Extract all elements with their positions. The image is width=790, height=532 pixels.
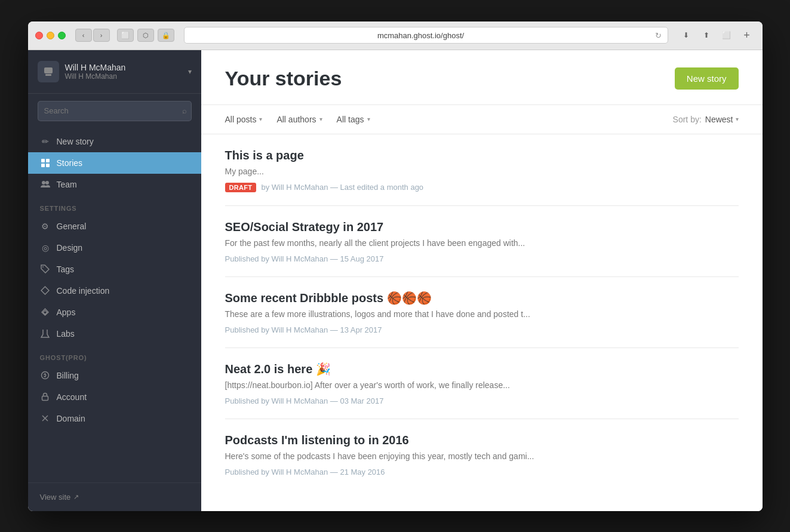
sidebar-item-domain[interactable]: Domain bbox=[28, 408, 201, 429]
minimize-button[interactable] bbox=[47, 32, 54, 39]
external-link-icon: ↗ bbox=[73, 493, 79, 501]
post-excerpt: My page... bbox=[225, 165, 739, 178]
domain-icon bbox=[40, 413, 51, 424]
code-icon bbox=[40, 285, 51, 296]
sidebar-nav: ✏ New story Stories bbox=[28, 128, 201, 482]
svg-rect-0 bbox=[44, 67, 53, 73]
privacy-icon[interactable]: 🔒 bbox=[158, 29, 174, 42]
back-button[interactable]: ‹ bbox=[75, 29, 92, 42]
table-row[interactable]: SEO/Social Strategy in 2017 For the past… bbox=[225, 206, 739, 277]
search-icon[interactable]: ⌕ bbox=[182, 106, 187, 115]
download-icon[interactable]: ⬇ bbox=[678, 29, 694, 42]
post-meta: Published by Will H McMahan — 21 May 201… bbox=[225, 468, 739, 476]
sort-dropdown[interactable]: Newest ▾ bbox=[705, 115, 739, 124]
reload-icon[interactable]: ↻ bbox=[655, 31, 662, 40]
sidebar-item-new-story[interactable]: ✏ New story bbox=[28, 131, 201, 152]
page-title: Your stories bbox=[225, 67, 342, 90]
sidebar-item-team[interactable]: Team bbox=[28, 174, 201, 195]
post-meta: Published by Will H McMahan — 13 Apr 201… bbox=[225, 325, 739, 334]
post-excerpt: These are a few more illustrations, logo… bbox=[225, 308, 739, 321]
sidebar-item-account[interactable]: Account bbox=[28, 386, 201, 408]
user-email: Will H McMahan bbox=[65, 72, 126, 81]
table-row[interactable]: Podcasts I'm listening to in 2016 Here's… bbox=[225, 419, 739, 490]
svg-marker-9 bbox=[41, 287, 49, 294]
design-icon: ◎ bbox=[40, 242, 51, 253]
forward-button[interactable]: › bbox=[93, 29, 110, 42]
sidebar-item-tags[interactable]: Tags bbox=[28, 259, 201, 280]
draft-badge: Draft bbox=[225, 183, 257, 192]
search-input-wrapper: ⌕ bbox=[38, 101, 192, 121]
posts-list: This is a page My page... Draft by Will … bbox=[201, 134, 763, 511]
app-layout: Will H McMahan Will H McMahan ▾ ⌕ ✏ New … bbox=[28, 50, 763, 511]
sort-value: Newest bbox=[705, 115, 733, 124]
post-title: This is a page bbox=[225, 147, 739, 163]
settings-section-label: SETTINGS bbox=[28, 195, 201, 216]
url-bar[interactable]: mcmahan.ghost.io/ghost/ ↻ bbox=[184, 27, 668, 44]
layers-icon[interactable]: ⬡ bbox=[137, 29, 154, 42]
sidebar-item-apps[interactable]: Apps bbox=[28, 302, 201, 323]
sidebar: Will H McMahan Will H McMahan ▾ ⌕ ✏ New … bbox=[28, 50, 201, 511]
new-story-button[interactable]: New story bbox=[675, 67, 739, 90]
lock-icon bbox=[40, 392, 51, 402]
sort-chevron: ▾ bbox=[736, 116, 739, 122]
tag-icon bbox=[40, 264, 51, 275]
all-tags-dropdown[interactable]: All tags ▾ bbox=[337, 115, 370, 124]
nav-label-account: Account bbox=[57, 392, 87, 402]
search-input[interactable] bbox=[38, 101, 192, 121]
share-icon[interactable]: ⬆ bbox=[698, 29, 715, 42]
main-content: Your stories New story All posts ▾ All a… bbox=[201, 50, 763, 511]
filter-bar: All posts ▾ All authors ▾ All tags ▾ Sor… bbox=[201, 105, 763, 134]
post-excerpt: For the past few months, nearly all the … bbox=[225, 237, 739, 250]
sidebar-header[interactable]: Will H McMahan Will H McMahan ▾ bbox=[28, 50, 201, 94]
maximize-button[interactable] bbox=[58, 32, 66, 39]
post-meta-text: Published by Will H McMahan — 13 Apr 201… bbox=[225, 325, 382, 334]
svg-rect-4 bbox=[41, 164, 45, 167]
nav-label-stories: Stories bbox=[57, 158, 83, 168]
view-site-link[interactable]: View site ↗ bbox=[40, 493, 189, 502]
svg-point-6 bbox=[42, 181, 45, 184]
view-site-label: View site bbox=[40, 493, 71, 502]
chevron-down-icon[interactable]: ▾ bbox=[188, 67, 192, 76]
tab-icon[interactable]: ⬜ bbox=[117, 29, 134, 42]
svg-point-8 bbox=[42, 266, 44, 267]
user-info: Will H McMahan Will H McMahan bbox=[65, 63, 126, 81]
browser-right-icons: ⬇ ⬆ ⬜ + bbox=[678, 29, 755, 42]
apps-icon bbox=[40, 307, 51, 318]
all-posts-dropdown[interactable]: All posts ▾ bbox=[225, 115, 263, 124]
nav-label-billing: Billing bbox=[57, 371, 79, 380]
sidebar-user: Will H McMahan Will H McMahan bbox=[38, 61, 126, 82]
all-tags-label: All tags bbox=[337, 115, 364, 124]
post-title: Podcasts I'm listening to in 2016 bbox=[225, 432, 739, 448]
sidebar-item-design[interactable]: ◎ Design bbox=[28, 237, 201, 259]
close-button[interactable] bbox=[35, 32, 43, 39]
sidebar-item-general[interactable]: ⚙ General bbox=[28, 216, 201, 237]
table-row[interactable]: This is a page My page... Draft by Will … bbox=[225, 134, 739, 206]
sidebar-item-billing[interactable]: Billing bbox=[28, 365, 201, 386]
svg-point-12 bbox=[42, 372, 49, 379]
svg-rect-2 bbox=[41, 159, 45, 162]
ghost-pro-section-label: GHOST(PRO) bbox=[28, 345, 201, 365]
url-text: mcmahan.ghost.io/ghost/ bbox=[190, 31, 651, 40]
sort-label: Sort by: bbox=[673, 115, 702, 124]
browser-toolbar-icons: ⬜ ⬡ 🔒 bbox=[117, 29, 174, 42]
stories-icon bbox=[40, 158, 51, 168]
gear-icon: ⚙ bbox=[40, 221, 51, 232]
table-row[interactable]: Neat 2.0 is here 🎉 [https://neat.bourbon… bbox=[225, 348, 739, 419]
labs-icon bbox=[40, 328, 51, 339]
post-meta-text: Published by Will H McMahan — 21 May 201… bbox=[225, 468, 385, 476]
post-meta-text: by Will H McMahan — Last edited a month … bbox=[261, 183, 423, 192]
browser-nav-buttons: ‹ › bbox=[75, 29, 110, 42]
all-posts-chevron: ▾ bbox=[259, 116, 262, 122]
post-meta: Published by Will H McMahan — 15 Aug 201… bbox=[225, 254, 739, 263]
add-tab-icon[interactable]: + bbox=[739, 29, 755, 42]
all-authors-dropdown[interactable]: All authors ▾ bbox=[276, 115, 322, 124]
sidebar-item-stories[interactable]: Stories bbox=[28, 152, 201, 174]
sidebar-item-labs[interactable]: Labs bbox=[28, 323, 201, 345]
sidebar-item-code-injection[interactable]: Code injection bbox=[28, 280, 201, 302]
all-authors-label: All authors bbox=[276, 115, 316, 124]
table-row[interactable]: Some recent Dribbble posts 🏀🏀🏀 These are… bbox=[225, 277, 739, 348]
post-meta-text: Published by Will H McMahan — 03 Mar 201… bbox=[225, 396, 384, 405]
nav-label-apps: Apps bbox=[57, 307, 76, 317]
post-title: SEO/Social Strategy in 2017 bbox=[225, 219, 739, 235]
window-icon[interactable]: ⬜ bbox=[718, 29, 735, 42]
